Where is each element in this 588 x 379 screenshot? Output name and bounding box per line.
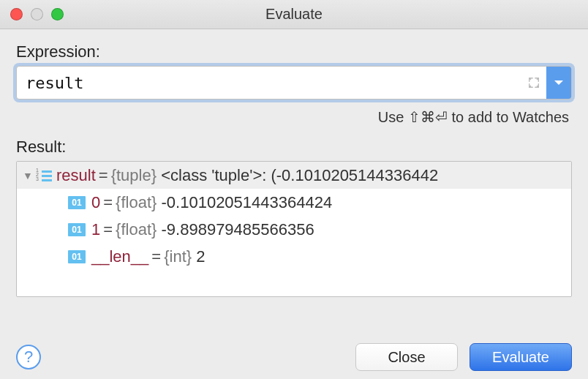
close-window-button[interactable] <box>10 8 23 20</box>
expand-icon[interactable] <box>521 67 546 99</box>
var-name: __len__ <box>91 247 148 266</box>
result-child-row[interactable]: 01 0 = {float} -0.10102051443364424 <box>17 189 571 216</box>
result-tree[interactable]: ▼ result = {tuple} <class 'tuple'>: (-0.… <box>16 161 572 297</box>
scalar-icon: 01 <box>68 196 86 209</box>
var-type: {float} <box>116 193 157 212</box>
watches-hint: Use ⇧⌘⏎ to add to Watches <box>16 108 569 126</box>
var-name: result <box>56 166 96 185</box>
var-type: {float} <box>116 220 157 239</box>
result-root-row[interactable]: ▼ result = {tuple} <class 'tuple'>: (-0.… <box>17 162 571 189</box>
expression-history-dropdown[interactable] <box>546 67 571 99</box>
expression-input[interactable] <box>17 67 521 99</box>
var-type: {tuple} <box>111 166 157 185</box>
var-name: 0 <box>91 193 100 212</box>
result-child-row[interactable]: 01 1 = {float} -9.898979485566356 <box>17 216 571 243</box>
scalar-icon: 01 <box>68 223 86 236</box>
window-title: Evaluate <box>0 6 588 23</box>
close-button[interactable]: Close <box>355 343 458 371</box>
titlebar: Evaluate <box>0 0 588 29</box>
zoom-window-button[interactable] <box>51 8 64 20</box>
var-value: 2 <box>196 247 205 266</box>
tuple-icon <box>36 169 52 182</box>
result-child-row[interactable]: 01 __len__ = {int} 2 <box>17 243 571 270</box>
dialog-content: Expression: Use ⇧⌘⏎ to add to Watches Re… <box>0 29 588 297</box>
var-value: -0.10102051443364424 <box>162 193 333 212</box>
var-type: {int} <box>164 247 192 266</box>
result-label: Result: <box>16 138 572 157</box>
help-button[interactable]: ? <box>16 345 41 369</box>
var-value: -9.898979485566356 <box>162 220 314 239</box>
dialog-footer: ? Close Evaluate <box>0 335 588 379</box>
var-preview: <class 'tuple'>: (-0.1010205144336442 <box>161 166 438 185</box>
window-controls <box>0 8 64 20</box>
var-name: 1 <box>91 220 100 239</box>
scalar-icon: 01 <box>68 250 86 263</box>
minimize-window-button[interactable] <box>31 8 43 20</box>
disclosure-triangle-icon[interactable]: ▼ <box>21 170 34 181</box>
evaluate-button[interactable]: Evaluate <box>470 343 572 371</box>
expression-field[interactable] <box>16 66 572 100</box>
expression-label: Expression: <box>16 42 572 61</box>
